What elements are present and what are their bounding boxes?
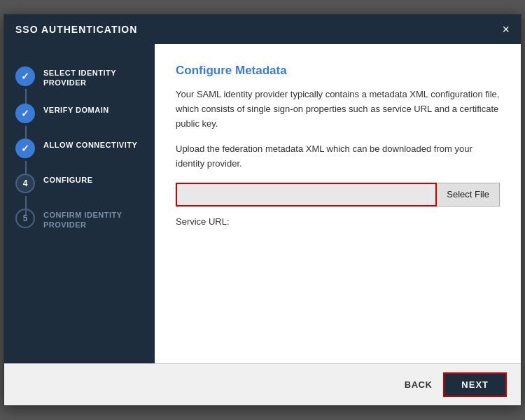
- checkmark-icon-2: ✓: [21, 108, 29, 119]
- step-circle-3: ✓: [15, 139, 35, 158]
- content-title: Configure Metadata: [176, 64, 500, 78]
- content-description-1: Your SAML identity provider typically co…: [176, 88, 500, 131]
- modal-body: ✓ SELECT IDENTITYPROVIDER ✓ VERIFY DOMAI…: [4, 44, 521, 363]
- sidebar-item-configure: 4 CONFIGURE: [4, 165, 155, 200]
- step-label-1: SELECT IDENTITYPROVIDER: [43, 65, 116, 88]
- next-button[interactable]: NEXT: [443, 372, 507, 397]
- sidebar-item-confirm-identity-provider: 5 CONFIRM IDENTITYPROVIDER: [4, 200, 155, 237]
- sso-modal: SSO AUTHENTICATION × ✓ SELECT IDENTITYPR…: [4, 14, 522, 406]
- step-circle-1: ✓: [15, 66, 35, 86]
- file-path-input[interactable]: [176, 183, 437, 206]
- select-file-button[interactable]: Select File: [437, 183, 500, 206]
- content-description-2: Upload the federation metadata XML which…: [176, 142, 500, 172]
- step-label-4: CONFIGURE: [43, 172, 93, 185]
- sidebar-item-allow-connectivity: ✓ ALLOW CONNECTIVITY: [4, 130, 155, 165]
- sidebar: ✓ SELECT IDENTITYPROVIDER ✓ VERIFY DOMAI…: [4, 44, 155, 363]
- file-upload-row: Select File: [176, 183, 500, 206]
- content-area: Configure Metadata Your SAML identity pr…: [155, 44, 521, 363]
- content-spacer: [176, 227, 500, 349]
- sidebar-item-verify-domain: ✓ VERIFY DOMAIN: [4, 95, 155, 130]
- step-label-5: CONFIRM IDENTITYPROVIDER: [43, 207, 122, 230]
- back-button[interactable]: BACK: [405, 379, 433, 390]
- step-circle-4: 4: [15, 174, 35, 193]
- step-number-4: 4: [23, 178, 28, 188]
- checkmark-icon-1: ✓: [21, 71, 29, 82]
- step-label-3: ALLOW CONNECTIVITY: [43, 137, 137, 150]
- step-number-5: 5: [23, 214, 28, 223]
- step-label-2: VERIFY DOMAIN: [43, 102, 109, 115]
- modal-footer: BACK NEXT: [4, 363, 521, 405]
- checkmark-icon-3: ✓: [21, 143, 29, 154]
- service-url-label: Service URL:: [176, 216, 500, 227]
- modal-title: SSO AUTHENTICATION: [15, 24, 137, 35]
- step-circle-5: 5: [15, 209, 35, 228]
- close-button[interactable]: ×: [502, 23, 510, 36]
- sidebar-item-select-identity-provider: ✓ SELECT IDENTITYPROVIDER: [4, 58, 155, 95]
- modal-header: SSO AUTHENTICATION ×: [4, 15, 521, 44]
- step-circle-2: ✓: [15, 104, 35, 123]
